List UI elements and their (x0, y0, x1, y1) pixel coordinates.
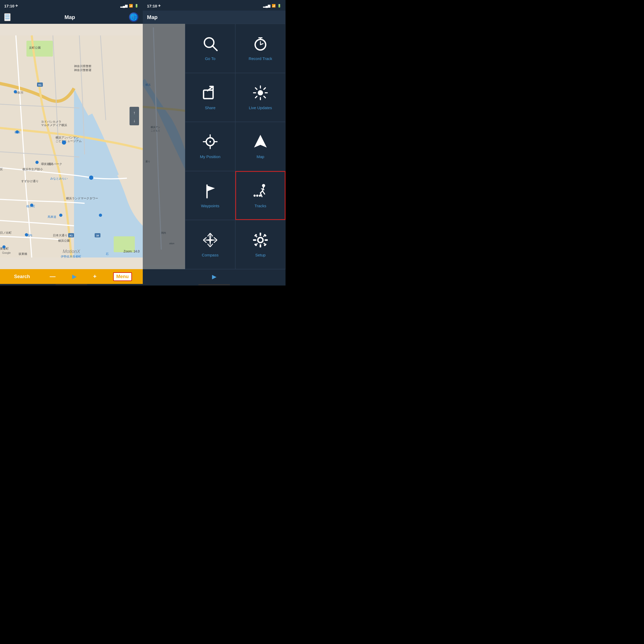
nav-button-right[interactable]: ▶ (212, 273, 217, 280)
share-icon (202, 85, 218, 103)
svg-text:otion: otion (169, 242, 174, 245)
svg-text:ヨドバシカメラ: ヨドバシカメラ (41, 120, 61, 123)
map-icon (252, 134, 268, 152)
svg-point-88 (254, 195, 256, 197)
page-title-left: Map (65, 14, 75, 20)
record-track-icon (252, 36, 268, 54)
right-panel: 17:10 ✈ ▂▄▆ 📶 🔋 Map 横浜 横浜アン こどもミ 通り 関内 (143, 0, 286, 286)
map-view[interactable]: 反町公園 神奈川県警察 神奈川警察署 神奈川 横浜 横浜市立戸部小 桜木町 馬車… (0, 24, 143, 269)
svg-line-71 (264, 96, 265, 98)
time-left: 17:10 (4, 4, 14, 8)
svg-text:↓: ↓ (133, 118, 135, 123)
signal-icon-right: ▂▄▆ (263, 4, 270, 8)
svg-text:こどもミュージアム: こどもミュージアム (56, 139, 82, 142)
my-position-label: My Position (200, 154, 220, 159)
menu-overlay: 横浜 横浜アン こどもミ 通り 関内 otion Go To (143, 24, 286, 269)
status-icons-left: ▂▄▆ 📶 🔋 (120, 4, 139, 8)
svg-rect-63 (204, 90, 213, 99)
svg-text:神奈川県警察: 神奈川県警察 (74, 65, 91, 68)
svg-line-87 (261, 189, 264, 190)
svg-point-32 (62, 140, 66, 145)
google-label: Google (2, 251, 11, 254)
menu-item-share[interactable]: Share (185, 73, 235, 122)
time-right: 17:10 (147, 4, 157, 8)
svg-text:横浜アン: 横浜アン (151, 126, 160, 128)
goto-label: Go To (205, 56, 215, 61)
menu-item-live-updates[interactable]: Live Updates (235, 73, 286, 122)
tracks-label: Tracks (255, 204, 266, 208)
menu-item-tracks[interactable]: Tracks (235, 171, 286, 220)
svg-rect-108 (253, 239, 256, 241)
svg-point-65 (258, 90, 263, 95)
plus-button[interactable]: + (90, 271, 100, 282)
minus-button[interactable]: — (47, 271, 59, 282)
svg-rect-106 (260, 233, 261, 235)
svg-text:通り: 通り (145, 160, 150, 163)
svg-line-103 (203, 240, 206, 243)
svg-line-100 (214, 237, 217, 240)
svg-point-38 (2, 245, 6, 249)
menu-item-my-position[interactable]: My Position (185, 122, 235, 171)
svg-point-89 (256, 195, 258, 197)
svg-text:関内: 関内 (161, 232, 166, 234)
compass-label: Compass (202, 253, 218, 257)
svg-line-101 (214, 240, 217, 243)
home-indicator-right (143, 284, 286, 286)
map-label: Map (256, 154, 264, 159)
location-button[interactable]: ▶ (72, 273, 77, 280)
svg-point-35 (59, 214, 62, 217)
waypoints-icon (202, 183, 218, 201)
menu-grid: Go To Record Track (185, 24, 286, 269)
wifi-icon: 📶 (129, 4, 133, 8)
motionx-label: MotionX (63, 249, 80, 254)
bottom-toolbar: Search — ▶ + Menu (0, 269, 143, 284)
menu-item-compass[interactable]: Compass (185, 220, 235, 269)
menu-item-record-track[interactable]: Record Track (235, 24, 286, 73)
home-indicator (0, 284, 143, 286)
svg-point-34 (30, 204, 33, 207)
menu-item-setup[interactable]: Setup (235, 220, 286, 269)
svg-text:石: 石 (106, 252, 109, 255)
svg-text:みなとみらい: みなとみらい (50, 177, 68, 180)
menu-item-waypoints[interactable]: Waypoints (185, 171, 235, 220)
bottom-toolbar-right: ▶ (143, 269, 286, 284)
svg-text:横浜アンパンマン: 横浜アンパンマン (56, 136, 79, 139)
menu-button[interactable]: ☰ (4, 13, 11, 21)
svg-line-98 (210, 244, 213, 247)
svg-line-72 (264, 88, 265, 89)
svg-point-30 (16, 130, 19, 134)
svg-point-105 (258, 238, 263, 242)
svg-line-86 (263, 191, 265, 194)
svg-text:すずかけ通り: すずかけ通り (21, 180, 39, 183)
menu-item-map[interactable]: Map (235, 122, 286, 171)
svg-line-102 (203, 237, 206, 240)
svg-text:日本大通り: 日本大通り (53, 234, 67, 237)
menu-item-goto[interactable]: Go To (185, 24, 235, 73)
tracks-icon (252, 183, 268, 201)
search-button[interactable]: Search (11, 272, 33, 282)
svg-text:K1: K1 (70, 234, 73, 237)
svg-text:日ノ出町: 日ノ出町 (0, 231, 12, 234)
svg-text:臨港パーク: 臨港パーク (48, 162, 62, 165)
svg-point-36 (99, 214, 102, 217)
svg-line-99 (208, 244, 210, 247)
svg-text:坂東橋: 坂東橋 (18, 252, 27, 255)
left-panel: 17:10 ✈ ▂▄▆ 📶 🔋 ☰ Map 🌐 (0, 0, 143, 286)
record-track-label: Record Track (249, 56, 272, 61)
globe-button[interactable]: 🌐 (129, 12, 139, 22)
svg-text:K1: K1 (38, 84, 42, 86)
location-arrow-right: ✈ (158, 4, 161, 8)
svg-text:馬車道: 馬車道 (47, 215, 56, 218)
status-bar-right: 17:10 ✈ ▂▄▆ 📶 🔋 (143, 0, 286, 11)
page-title-right: Map (147, 14, 158, 20)
live-updates-icon (252, 85, 268, 103)
compass-icon (202, 232, 218, 250)
status-icons-right: ▂▄▆ 📶 🔋 (263, 4, 281, 8)
status-time-left: 17:10 ✈ (4, 4, 18, 8)
svg-text:横浜公園: 横浜公園 (58, 239, 70, 242)
status-time-right: 17:10 ✈ (147, 4, 161, 8)
svg-point-31 (35, 161, 39, 164)
menu-button-bottom[interactable]: Menu (113, 272, 132, 281)
wifi-icon-right: 📶 (272, 4, 276, 8)
battery-icon-right: 🔋 (277, 4, 281, 8)
